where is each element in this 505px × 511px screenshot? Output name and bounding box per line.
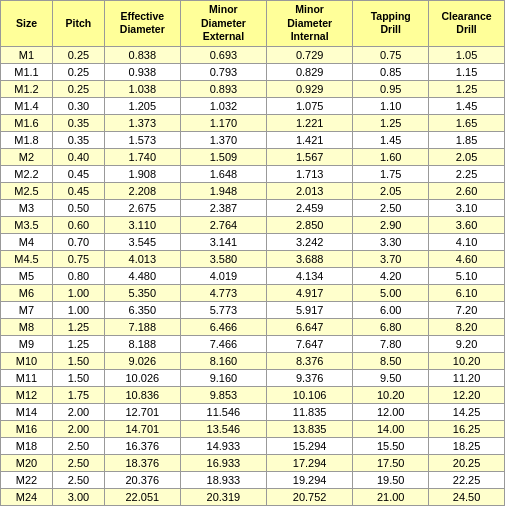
table-cell: 0.40 — [52, 148, 104, 165]
table-cell: 7.466 — [180, 335, 266, 352]
table-cell: 6.647 — [267, 318, 353, 335]
table-cell: 4.10 — [429, 233, 505, 250]
table-cell: 17.294 — [267, 454, 353, 471]
table-cell: 2.50 — [52, 454, 104, 471]
table-cell: 11.546 — [180, 403, 266, 420]
table-cell: 9.160 — [180, 369, 266, 386]
table-cell: 1.25 — [52, 335, 104, 352]
table-cell: 0.75 — [52, 250, 104, 267]
table-cell: 3.545 — [104, 233, 180, 250]
table-row: M101.509.0268.1608.3768.5010.20 — [1, 352, 505, 369]
table-cell: 2.05 — [429, 148, 505, 165]
table-cell: 0.30 — [52, 97, 104, 114]
table-cell: 1.740 — [104, 148, 180, 165]
table-cell: 18.376 — [104, 454, 180, 471]
table-cell: 4.480 — [104, 267, 180, 284]
table-cell: M18 — [1, 437, 53, 454]
table-cell: 1.032 — [180, 97, 266, 114]
table-cell: 0.25 — [52, 46, 104, 63]
table-row: M1.80.351.5731.3701.4211.451.85 — [1, 131, 505, 148]
table-cell: 0.35 — [52, 131, 104, 148]
col-minor-ext: MinorDiameterExternal — [180, 1, 266, 47]
table-cell: 0.45 — [52, 182, 104, 199]
table-cell: 1.45 — [353, 131, 429, 148]
table-cell: 4.917 — [267, 284, 353, 301]
table-cell: 1.170 — [180, 114, 266, 131]
table-cell: 2.387 — [180, 199, 266, 216]
table-cell: 20.752 — [267, 488, 353, 505]
table-cell: 0.80 — [52, 267, 104, 284]
table-row: M4.50.754.0133.5803.6883.704.60 — [1, 250, 505, 267]
table-cell: 8.50 — [353, 352, 429, 369]
table-cell: 0.938 — [104, 63, 180, 80]
table-cell: 12.00 — [353, 403, 429, 420]
table-row: M111.5010.0269.1609.3769.5011.20 — [1, 369, 505, 386]
table-row: M2.20.451.9081.6481.7131.752.25 — [1, 165, 505, 182]
table-cell: 1.65 — [429, 114, 505, 131]
table-cell: 4.134 — [267, 267, 353, 284]
table-cell: 10.836 — [104, 386, 180, 403]
table-cell: 0.25 — [52, 80, 104, 97]
table-cell: M2 — [1, 148, 53, 165]
table-cell: M12 — [1, 386, 53, 403]
table-row: M30.502.6752.3872.4592.503.10 — [1, 199, 505, 216]
table-cell: 0.729 — [267, 46, 353, 63]
table-row: M1.20.251.0380.8930.9290.951.25 — [1, 80, 505, 97]
table-cell: 0.838 — [104, 46, 180, 63]
table-cell: M1.4 — [1, 97, 53, 114]
table-cell: 1.25 — [52, 318, 104, 335]
table-cell: 1.908 — [104, 165, 180, 182]
table-cell: 1.948 — [180, 182, 266, 199]
table-row: M121.7510.8369.85310.10610.2012.20 — [1, 386, 505, 403]
table-cell: 3.110 — [104, 216, 180, 233]
table-cell: 11.835 — [267, 403, 353, 420]
table-cell: 2.208 — [104, 182, 180, 199]
table-cell: 0.60 — [52, 216, 104, 233]
table-cell: 0.45 — [52, 165, 104, 182]
table-cell: 13.835 — [267, 420, 353, 437]
table-cell: 3.30 — [353, 233, 429, 250]
table-cell: M2.5 — [1, 182, 53, 199]
table-cell: 7.20 — [429, 301, 505, 318]
table-cell: 1.648 — [180, 165, 266, 182]
table-cell: M10 — [1, 352, 53, 369]
table-cell: M4 — [1, 233, 53, 250]
table-cell: M1.2 — [1, 80, 53, 97]
table-row: M222.5020.37618.93319.29419.5022.25 — [1, 471, 505, 488]
table-cell: 13.546 — [180, 420, 266, 437]
table-cell: M22 — [1, 471, 53, 488]
table-cell: 1.221 — [267, 114, 353, 131]
table-cell: 9.026 — [104, 352, 180, 369]
table-cell: 8.188 — [104, 335, 180, 352]
table-cell: 0.70 — [52, 233, 104, 250]
table-cell: M8 — [1, 318, 53, 335]
table-cell: 0.693 — [180, 46, 266, 63]
table-cell: 14.00 — [353, 420, 429, 437]
table-row: M1.60.351.3731.1701.2211.251.65 — [1, 114, 505, 131]
table-cell: 1.00 — [52, 301, 104, 318]
table-cell: 10.20 — [429, 352, 505, 369]
table-cell: 4.20 — [353, 267, 429, 284]
table-cell: M3 — [1, 199, 53, 216]
table-cell: 5.00 — [353, 284, 429, 301]
table-cell: 18.933 — [180, 471, 266, 488]
table-cell: 3.60 — [429, 216, 505, 233]
col-clear: ClearanceDrill — [429, 1, 505, 47]
table-cell: 2.25 — [429, 165, 505, 182]
col-pitch: Pitch — [52, 1, 104, 47]
table-cell: 1.713 — [267, 165, 353, 182]
table-cell: 6.350 — [104, 301, 180, 318]
header-row: Size Pitch EffectiveDiameter MinorDiamet… — [1, 1, 505, 47]
table-cell: 1.25 — [353, 114, 429, 131]
col-eff-dia: EffectiveDiameter — [104, 1, 180, 47]
table-cell: 9.50 — [353, 369, 429, 386]
table-cell: 0.25 — [52, 63, 104, 80]
table-row: M20.401.7401.5091.5671.602.05 — [1, 148, 505, 165]
table-cell: 16.25 — [429, 420, 505, 437]
table-cell: 1.85 — [429, 131, 505, 148]
table-cell: 8.376 — [267, 352, 353, 369]
table-cell: 6.00 — [353, 301, 429, 318]
table-row: M10.250.8380.6930.7290.751.05 — [1, 46, 505, 63]
table-cell: 3.580 — [180, 250, 266, 267]
table-cell: 0.893 — [180, 80, 266, 97]
